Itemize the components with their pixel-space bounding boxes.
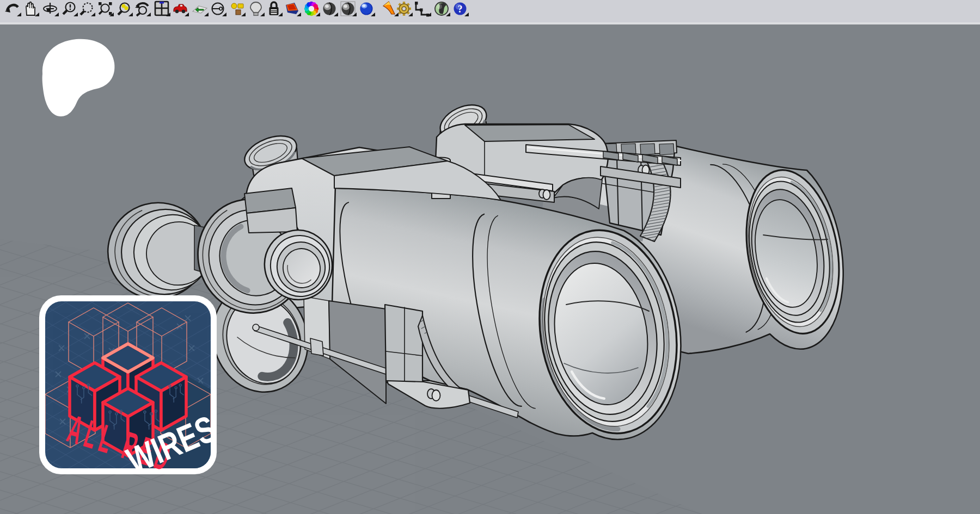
- svg-text:?: ?: [458, 4, 463, 15]
